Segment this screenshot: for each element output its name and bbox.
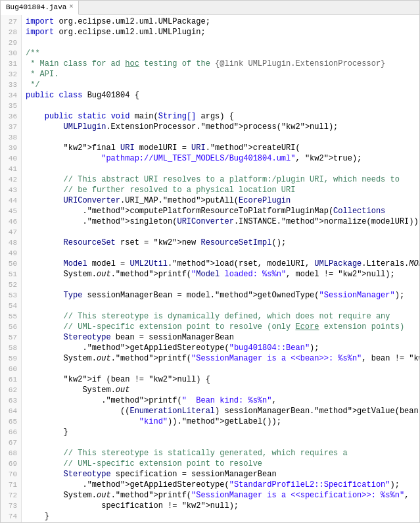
line-numbers: 2728293031323334353637383940414243444546… [1,15,22,522]
code-line: // This abstract URI resolves to a platf… [26,174,419,185]
code-line: */ [26,80,419,90]
tab-label: Bug401804.java [6,3,66,11]
code-line: * API. [26,69,419,80]
code-line: // UML-specific extension point to resol… [26,459,419,469]
code-line: /** [26,48,419,59]
code-line: "kw2">final URI modelURI = URI."method">… [26,143,419,153]
code-line: System.out [26,385,419,395]
code-line: ."method">getAppliedStereotype("bug40180… [26,343,419,353]
code-line: // be further resolved to a physical loc… [26,185,419,195]
code-line: * Main class for ad hoc testing of the {… [26,59,419,69]
code-line: ."method">singleton(URIConverter.INSTANC… [26,216,419,227]
code-line: ."method">computePlatformResourceToPlatf… [26,206,419,216]
code-line [26,37,419,48]
code-line: ((EnumerationLiteral) sessionManagerBean… [26,406,419,416]
code-line [26,248,419,259]
code-line: } [26,427,419,437]
code-line: } [26,511,419,522]
code-line: Model model = UML2Util."method">load(rse… [26,259,419,269]
code-line: ."method">printf(" Bean kind: %s%n", [26,395,419,406]
code-line: public static void main(String[] args) { [26,111,419,122]
code-line: System.out."method">printf("SessionManag… [26,490,419,501]
code-line: Stereotype bean = sessionManagerBean [26,332,419,343]
editor-tab[interactable]: Bug401804.java × [1,1,79,15]
code-line: specification != "kw2">null); [26,501,419,511]
code-line: import org.eclipse.uml2.uml.UMLPackage; [26,16,419,27]
code-line: } [26,522,419,522]
code-line: "kind"))."method">getLabel()); [26,416,419,427]
code-line [26,301,419,311]
code-content[interactable]: import org.eclipse.uml2.uml.UMLPackage;i… [22,15,419,522]
code-line: // This stereotype is dynamically define… [26,311,419,322]
editor-window: Bug401804.java × 27282930313233343536373… [0,0,420,523]
code-line: URIConverter.URI_MAP."method">putAll(Eco… [26,195,419,206]
code-line: System.out."method">printf("SessionManag… [26,353,419,364]
code-line [26,364,419,374]
tab-bar: Bug401804.java × [1,1,419,15]
code-line [26,280,419,290]
code-line: ."method">getAppliedStereotype("Standard… [26,480,419,490]
code-line [26,132,419,143]
code-line: ResourceSet rset = "kw2">new ResourceSet… [26,237,419,248]
close-icon[interactable]: × [69,3,73,11]
code-line: import org.eclipse.uml2.uml.UMLPlugin; [26,27,419,37]
code-line: public class Bug401804 { [26,90,419,101]
code-line [26,101,419,111]
code-line: System.out."method">printf("Model loaded… [26,269,419,280]
code-line [26,437,419,448]
code-line: Type sessionManagerBean = model."method"… [26,290,419,301]
code-line: // UML-specific extension point to resol… [26,322,419,332]
code-line [26,164,419,174]
code-line: "kw2">if (bean != "kw2">null) { [26,374,419,385]
code-line: "pathmap://UML_TEST_MODELS/Bug401804.uml… [26,153,419,164]
code-line [26,227,419,237]
code-area: 2728293031323334353637383940414243444546… [1,15,419,522]
code-line: // This stereotype is statically generat… [26,448,419,459]
code-line: UMLPlugin.ExtensionProcessor."method">pr… [26,122,419,132]
code-line: Stereotype specification = sessionManage… [26,469,419,480]
